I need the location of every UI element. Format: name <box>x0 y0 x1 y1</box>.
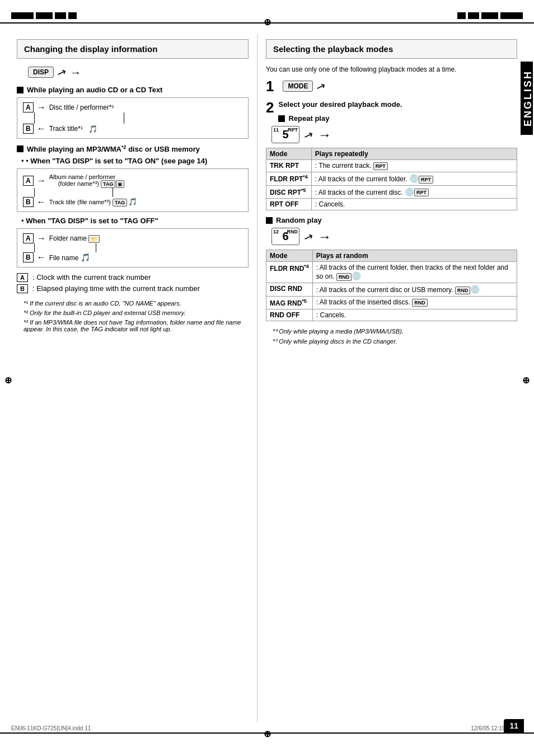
callout-section: A : Clock with the current track number … <box>17 273 249 293</box>
table-row: FLDR RPT*4 : All tracks of the current f… <box>266 172 517 185</box>
left-section-title: Changing the display information <box>24 44 241 54</box>
desc-trk-rpt: : The current track. RPT <box>311 160 517 172</box>
desc-fldr-rnd: : All tracks of the current folder, then… <box>312 262 517 283</box>
repeat-table-header-plays: Plays repeatedly <box>311 148 517 160</box>
mode-trk-rpt: TRK RPT <box>266 160 312 172</box>
tag-on-diagram: A → Album name / performer(folder name*³… <box>17 168 249 212</box>
repeat-play-section: Repeat play 11 RPT 5 ↗ → Mode Plays repe… <box>266 114 517 210</box>
callout-b-text: : Elapsed playing time with the current … <box>32 284 200 293</box>
tag-on-a-box: A <box>23 176 34 186</box>
page-number-badge: 11 <box>504 719 524 732</box>
step-2-number: 2 <box>266 100 274 115</box>
black-square-icon <box>17 87 24 93</box>
music-note-icon: 🎵 <box>88 125 97 133</box>
desc-fldr-rpt: : All tracks of the current folder. 💿RPT <box>311 172 517 185</box>
audio-cd-diagram: A → Disc title / performer*¹ B ← Trac <box>17 97 249 139</box>
repeat-table-header-mode: Mode <box>266 148 312 160</box>
random-play-heading: Random play <box>266 216 517 224</box>
rpt-right-arrow-icon: → <box>318 127 331 143</box>
rpt-display: 11 RPT 5 <box>271 126 299 143</box>
table-row: DISC RND : All tracks of the current dis… <box>266 283 517 297</box>
right-section-intro: You can use only one of the following pl… <box>266 65 517 73</box>
mode-disc-rpt: DISC RPT*5 <box>266 185 312 199</box>
tag-on-b-box: B <box>23 197 34 207</box>
step-2: 2 Select your desired playback mode. <box>266 100 517 109</box>
table-row: RPT OFF : Cancels. <box>266 199 517 210</box>
rnd-display-diagram: 12 RND 6 ↗ → <box>271 228 517 245</box>
random-play-section: Random play 12 RND 6 ↗ → Mode Plays at r… <box>266 216 517 321</box>
callout-a-text: : Clock with the current track number <box>32 273 151 281</box>
step-1: 1 MODE ↗ <box>266 79 517 93</box>
registration-mark-right: ⊕ <box>522 375 530 386</box>
mode-button[interactable]: MODE <box>283 81 313 92</box>
tag-off-b-text: File name 🎵 <box>49 253 90 262</box>
repeat-play-heading: Repeat play <box>278 114 517 123</box>
rpt-arrow-icon: ↗ <box>302 126 315 142</box>
tag-on-section: • When "TAG DISP" is set to "TAG ON" (se… <box>21 157 249 165</box>
random-play-table: Mode Plays at random FLDR RND*4 : All tr… <box>266 250 517 321</box>
desc-disc-rpt: : All tracks of the current disc. 💿RPT <box>311 185 517 199</box>
mode-disc-rnd: DISC RND <box>266 283 313 297</box>
tag-on-b-text: Track title (file name*³) TAG🎵 <box>49 198 138 206</box>
footer-left-text: EN06-11KD-G725[UN]4.indd 11 <box>11 725 91 731</box>
mode-fldr-rnd: FLDR RND*4 <box>266 262 313 283</box>
step-1-number: 1 <box>266 79 274 93</box>
black-square-icon-2 <box>17 145 24 152</box>
mp3-heading: While playing an MP3/WMA*2 disc or USB m… <box>17 144 249 153</box>
mode-arrow-icon: ↗ <box>315 78 328 94</box>
random-table-header-plays: Plays at random <box>312 250 517 262</box>
audio-cd-b-text: Track title*¹ <box>49 125 83 133</box>
right-footnote-5: *⁵ Only while playing discs in the CD ch… <box>273 338 517 345</box>
table-row: TRK RPT : The current track. RPT <box>266 160 517 172</box>
table-row: MAG RND*5 : All tracks of the inserted d… <box>266 297 517 309</box>
footnote-3: *³ If an MP3/WMA file does not have Tag … <box>24 319 249 332</box>
left-section-title-box: Changing the display information <box>17 39 249 59</box>
mode-mag-rnd: MAG RND*5 <box>266 297 313 309</box>
audio-cd-heading: While playing an audio CD or a CD Text <box>17 86 249 94</box>
disp-button-diagram: DISP . ↗ → <box>28 65 249 79</box>
footer: EN06-11KD-G725[UN]4.indd 11 12/6/05 12:1… <box>11 725 523 731</box>
desc-rpt-off: : Cancels. <box>311 199 517 210</box>
random-table-header-mode: Mode <box>266 250 313 262</box>
footnote-1: *¹ If the current disc is an audio CD, "… <box>24 300 249 307</box>
mode-rpt-off: RPT OFF <box>266 199 312 210</box>
english-sidebar: ENGLISH <box>521 62 533 135</box>
callout-b-label: B <box>17 284 28 293</box>
audio-cd-a-box: A <box>23 102 34 112</box>
footnote-2: *² Only for the built-in CD player and e… <box>24 309 249 316</box>
rpt-display-diagram: 11 RPT 5 ↗ → <box>271 126 517 143</box>
page-top-border <box>0 22 534 24</box>
mode-rnd-off: RND OFF <box>266 309 313 321</box>
right-footnote-4: *⁴ Only while playing a media (MP3/WMA/U… <box>273 328 517 335</box>
right-section-title: Selecting the playback modes <box>273 44 510 54</box>
desc-disc-rnd: : All tracks of the current disc or USB … <box>312 283 517 297</box>
step-2-text: Select your desired playback mode. <box>278 100 402 109</box>
callout-a-label: A <box>17 273 28 282</box>
rnd-display: 12 RND 6 <box>271 228 299 245</box>
top-decoration-right <box>457 12 523 19</box>
mode-fldr-rpt: FLDR RPT*4 <box>266 172 312 185</box>
black-square-icon-4 <box>266 217 273 224</box>
table-row: RND OFF : Cancels. <box>266 309 517 321</box>
top-decoration-left <box>11 12 77 19</box>
disp-button[interactable]: DISP . <box>28 67 54 78</box>
right-arrow-icon: → <box>70 66 81 79</box>
audio-cd-b-box: B <box>23 124 34 134</box>
table-row: FLDR RND*4 : All tracks of the current f… <box>266 262 517 283</box>
tag-on-a-text: Album name / performer(folder name*³) TA… <box>49 173 125 188</box>
desc-mag-rnd: : All tracks of the inserted discs. RND <box>312 297 517 309</box>
black-square-icon-3 <box>278 115 285 122</box>
left-column: Changing the display information DISP . … <box>11 34 257 722</box>
tag-off-diagram: A → Folder name 📁 B ← File nam <box>17 228 249 267</box>
tag-off-a-text: Folder name 📁 <box>49 234 100 243</box>
right-footnotes-section: *⁴ Only while playing a media (MP3/WMA/U… <box>266 328 517 345</box>
page-bottom-border <box>0 732 534 734</box>
audio-cd-a-text: Disc title / performer*¹ <box>49 104 114 111</box>
right-section-title-box: Selecting the playback modes <box>266 39 517 59</box>
tag-off-a-box: A <box>23 233 34 243</box>
tag-off-b-box: B <box>23 252 34 262</box>
desc-rnd-off: : Cancels. <box>312 309 517 321</box>
table-row: DISC RPT*5 : All tracks of the current d… <box>266 185 517 199</box>
tag-off-section: • When "TAG DISP" is set to "TAG OFF" <box>21 217 249 225</box>
disp-arrow-icon: ↗ <box>55 64 68 80</box>
